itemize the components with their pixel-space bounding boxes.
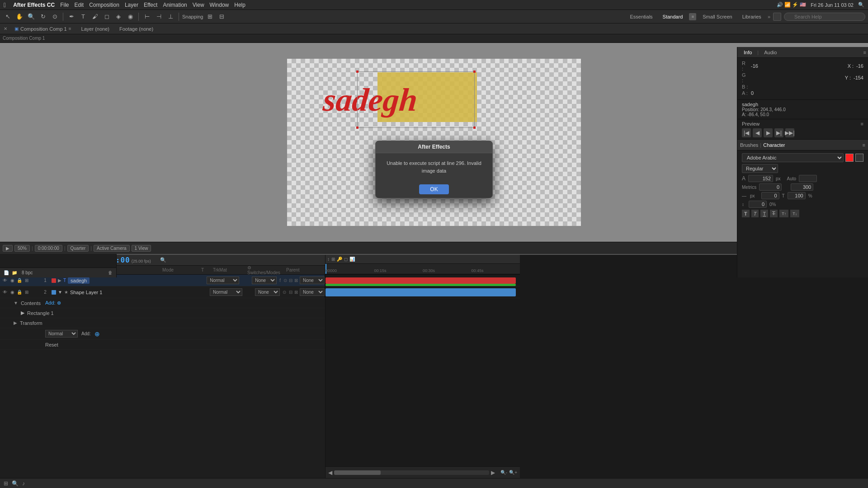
track-nav-right[interactable]: ▶ [491, 469, 495, 476]
close-comp-icon[interactable]: ✕ [4, 26, 7, 31]
font-name-select[interactable]: Adobe Arabic [742, 153, 844, 162]
clip-1-red[interactable] [326, 277, 516, 284]
tl-tool-3[interactable]: 🔑 [337, 257, 342, 262]
menu-edit[interactable]: Edit [74, 2, 84, 8]
panel-menu-right[interactable]: ≡ [863, 50, 866, 55]
workspace-libraries[interactable]: Libraries [739, 13, 765, 20]
snapping-toggle[interactable]: ⊞ [205, 12, 215, 22]
workspace-standard[interactable]: Standard [659, 13, 687, 20]
view-btn[interactable]: 1 View [132, 245, 151, 252]
tracking-pct-input[interactable] [788, 192, 806, 199]
new-item-icon[interactable]: 📄 [4, 270, 9, 275]
layer-2-trkmat[interactable]: None [255, 288, 280, 296]
viewer-button[interactable] [773, 13, 781, 21]
tracking-input[interactable] [791, 183, 813, 191]
metrics-input[interactable] [759, 183, 782, 191]
menu-layer[interactable]: Layer [125, 2, 138, 8]
layer-2-mode[interactable]: Normal [210, 288, 242, 296]
prev-first-btn[interactable]: |◀ [742, 128, 751, 137]
tool-eraser[interactable]: ◻ [102, 12, 112, 22]
layer-1-eye[interactable]: 👁 [2, 277, 8, 284]
zoom-btn[interactable]: 50% [14, 245, 30, 252]
prev-prev-btn[interactable]: ◀ [753, 128, 762, 137]
tool-align-left[interactable]: ⊢ [142, 12, 152, 22]
tl-tool-4[interactable]: ◻ [344, 257, 348, 262]
tl-tool-2[interactable]: ⊞ [331, 257, 335, 262]
new-folder-icon[interactable]: 📁 [12, 270, 17, 275]
tool-hand[interactable]: ✋ [14, 12, 24, 22]
delete-icon[interactable]: 🗑 [108, 270, 113, 275]
dialog-ok-button[interactable]: OK [419, 184, 448, 194]
status-search-icon[interactable]: 🔍 [12, 480, 19, 487]
strikethrough-btn[interactable]: T̶ [770, 210, 778, 217]
sublayer-arrow[interactable]: ▼ [14, 300, 18, 305]
clip-1-green[interactable] [326, 284, 516, 286]
layer-1-parent[interactable]: None [300, 277, 325, 284]
rect1-arrow[interactable]: ▶ [21, 310, 24, 316]
menu-help[interactable]: Help [234, 2, 245, 8]
layer-2-parent[interactable]: None [300, 288, 325, 296]
tool-rotate[interactable]: ↻ [38, 12, 48, 22]
tab-composition[interactable]: ▣ Composition Comp 1 ≡ [10, 23, 76, 34]
color-depth[interactable]: 8 bpc [22, 270, 33, 275]
italic-btn[interactable]: T [751, 210, 759, 217]
font-color-box2[interactable] [855, 154, 863, 162]
preview-menu[interactable]: ≡ [861, 121, 863, 127]
tool-puppet[interactable]: ◉ [125, 12, 135, 22]
spotlight-icon[interactable]: 🔍 [858, 2, 864, 8]
workspace-essentials[interactable]: Essentials [626, 13, 656, 20]
add-shape-btn[interactable]: ⊕ [94, 330, 100, 338]
track-zoom-in[interactable]: 🔍+ [509, 470, 517, 475]
search-input[interactable] [784, 13, 865, 21]
tab-info[interactable]: Info [739, 49, 756, 56]
status-grid-icon[interactable]: ⊞ [4, 480, 8, 487]
layer-1-name[interactable]: sadegh [68, 277, 90, 284]
layer-1-collapse[interactable]: ⊞ [24, 277, 30, 284]
workspace-menu[interactable]: ≡ [689, 13, 696, 20]
font-color-box[interactable] [845, 154, 854, 162]
tool-camera-orbit[interactable]: ⊙ [50, 12, 60, 22]
layer-1-trkmat[interactable]: None [252, 277, 277, 284]
quality-btn[interactable]: Quarter [67, 245, 89, 252]
layer-1-lock[interactable]: 🔒 [16, 277, 23, 284]
menu-view[interactable]: View [193, 2, 204, 8]
prev-next-btn[interactable]: ▶| [774, 128, 783, 137]
tool-text[interactable]: T [78, 12, 88, 22]
menu-composition[interactable]: Composition [89, 2, 119, 8]
clip-2-blue[interactable] [326, 288, 516, 296]
track-scrollbar[interactable] [334, 470, 489, 475]
layer-2-lock[interactable]: 🔒 [16, 289, 23, 296]
time-display-btn[interactable]: 0:00:00:00 [35, 245, 62, 252]
camera-btn[interactable]: Active Camera [94, 245, 130, 252]
tab-audio[interactable]: Audio [760, 49, 781, 56]
layer-2-collapse[interactable]: ⊞ [24, 289, 30, 296]
menu-window[interactable]: Window [210, 2, 229, 8]
layer-2-eye[interactable]: 👁 [2, 289, 8, 296]
shape-mode-select[interactable]: Normal [45, 330, 78, 338]
font-style-select[interactable]: Regular [742, 164, 778, 173]
tool-zoom[interactable]: 🔍 [26, 12, 36, 22]
baseline-input[interactable] [761, 192, 779, 199]
add-btn[interactable]: Add: ⊕ [45, 300, 61, 306]
menu-animation[interactable]: Animation [163, 2, 187, 8]
tl-search-icon[interactable]: 🔍 [159, 256, 167, 264]
snap-options[interactable]: ⊟ [217, 12, 227, 22]
preview-play-btn[interactable]: ▶ [3, 245, 13, 252]
layer-2-name[interactable]: Shape Layer 1 [70, 290, 103, 295]
menu-effect[interactable]: Effect [144, 2, 157, 8]
tl-tool-5[interactable]: 📊 [349, 257, 355, 262]
tab-brushes[interactable]: Brushes [740, 142, 758, 148]
tab-footage[interactable]: Footage (none) [115, 23, 158, 34]
layer-1-expand[interactable]: ▶ [58, 278, 61, 283]
layer-2-solo[interactable]: ◉ [9, 289, 15, 296]
menu-file[interactable]: File [60, 2, 69, 8]
status-music-icon[interactable]: ♪ [22, 480, 25, 487]
leading-input[interactable] [799, 175, 817, 182]
tsume-v-input[interactable] [749, 201, 767, 208]
workspace-smallscreen[interactable]: Small Screen [699, 13, 736, 20]
prev-last-btn[interactable]: ▶▶| [785, 128, 794, 137]
tool-align-vert[interactable]: ⊥ [165, 12, 175, 22]
transform-arrow[interactable]: ▶ [14, 320, 17, 325]
tl-tool-1[interactable]: ↕ [327, 257, 330, 262]
apple-menu[interactable]:  [4, 1, 6, 9]
